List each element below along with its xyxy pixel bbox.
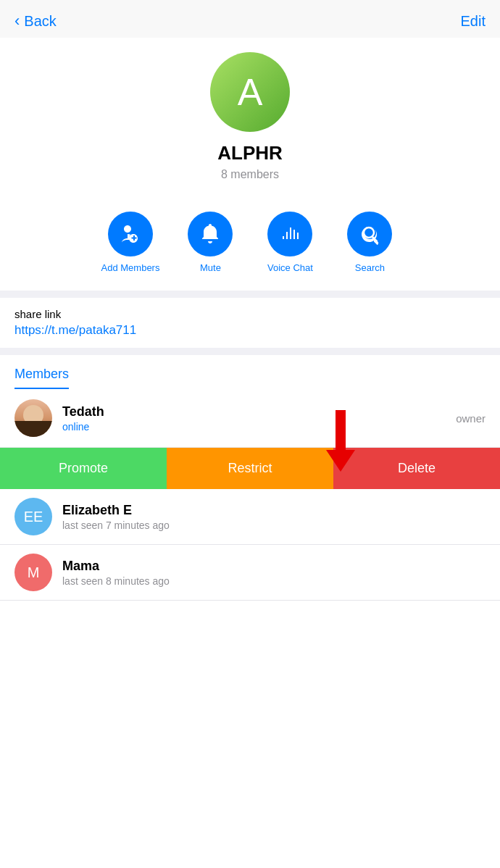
member-info: Mama last seen 8 minutes ago [62, 559, 486, 587]
list-item[interactable]: Tedath online owner [0, 389, 500, 448]
back-label: Back [24, 13, 56, 30]
action-buttons-bar: Add Members Mute Voice Chat Search [0, 199, 500, 291]
voice-chat-action[interactable]: Voice Chat [261, 212, 319, 273]
search-icon [359, 223, 380, 245]
member-name: Mama [62, 559, 486, 574]
list-item[interactable]: M Mama last seen 8 minutes ago [0, 545, 500, 601]
separator-1 [0, 291, 500, 298]
add-members-label: Add Members [101, 262, 160, 273]
delete-label: Delete [398, 461, 436, 476]
voice-chat-label: Voice Chat [267, 262, 313, 273]
members-header: Members [0, 355, 500, 389]
edit-button[interactable]: Edit [461, 13, 486, 30]
group-name: ALPHR [217, 142, 283, 164]
group-avatar: A [210, 52, 290, 132]
swipe-actions-container: Promote Restrict Delete [0, 448, 500, 489]
back-chevron-icon: ‹ [14, 12, 20, 30]
promote-label: Promote [59, 461, 108, 476]
avatar: EE [14, 498, 52, 535]
mute-icon-circle [188, 212, 233, 256]
search-label: Search [355, 262, 385, 273]
separator-2 [0, 348, 500, 355]
mic-bars-icon [279, 223, 301, 245]
member-info: Tedath online [62, 404, 486, 433]
mute-action[interactable]: Mute [181, 212, 239, 273]
member-name: Tedath [62, 404, 486, 420]
members-title: Members [14, 367, 69, 389]
members-section: Members Tedath online owner Promote Rest… [0, 355, 500, 601]
share-link-section: share link https://t.me/pataka711 [0, 298, 500, 348]
search-action[interactable]: Search [341, 212, 399, 273]
swipe-actions-row: Promote Restrict Delete [0, 448, 500, 489]
avatar-initials: EE [24, 509, 43, 525]
restrict-button[interactable]: Restrict [167, 448, 333, 489]
top-nav: ‹ Back Edit [0, 0, 500, 38]
mute-label: Mute [200, 262, 221, 273]
avatar-initials: M [28, 564, 40, 581]
avatar-letter: A [238, 70, 263, 114]
edit-label: Edit [461, 13, 486, 29]
member-status: last seen 7 minutes ago [62, 519, 486, 531]
add-members-icon-circle [108, 212, 153, 256]
avatar [14, 399, 52, 437]
profile-section: A ALPHR 8 members [0, 38, 500, 199]
bell-icon [199, 223, 221, 245]
add-person-icon [119, 222, 142, 246]
member-status: online [62, 421, 486, 433]
avatar: M [14, 554, 52, 591]
member-name: Elizabeth E [62, 503, 486, 518]
search-icon-circle [347, 212, 392, 256]
member-status: last seen 8 minutes ago [62, 575, 486, 587]
member-info: Elizabeth E last seen 7 minutes ago [62, 503, 486, 531]
back-button[interactable]: ‹ Back [14, 12, 57, 30]
member-role: owner [456, 412, 486, 425]
voice-chat-icon-circle [267, 212, 312, 256]
promote-button[interactable]: Promote [0, 448, 167, 489]
delete-button[interactable]: Delete [333, 448, 500, 489]
restrict-label: Restrict [228, 461, 272, 476]
share-link-label: share link [14, 308, 486, 320]
list-item[interactable]: EE Elizabeth E last seen 7 minutes ago [0, 489, 500, 545]
members-count: 8 members [221, 168, 279, 181]
share-link-url[interactable]: https://t.me/pataka711 [14, 323, 486, 338]
add-members-action[interactable]: Add Members [101, 212, 160, 273]
